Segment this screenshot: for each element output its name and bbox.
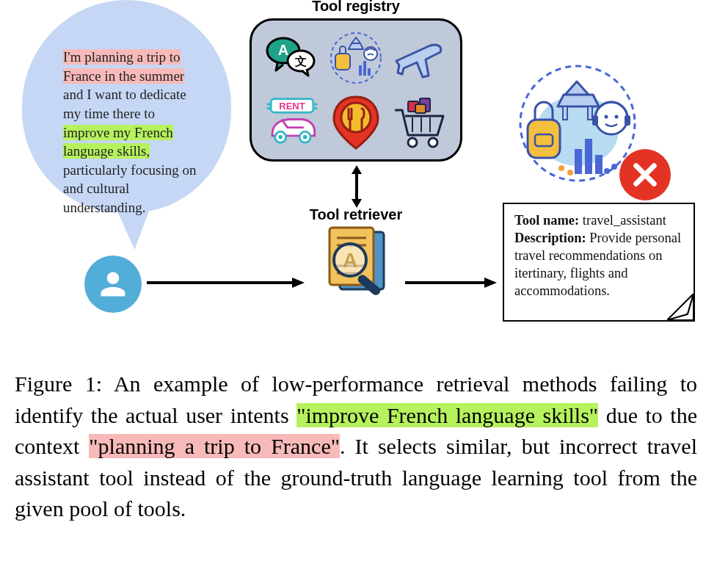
figure-diagram: I'm planning a trip to France in the sum… — [0, 0, 728, 360]
svg-point-59 — [558, 165, 564, 171]
car-rental-tool-icon: RENT — [263, 93, 321, 151]
caption-context-highlight: "planning a trip to France" — [89, 434, 340, 458]
svg-point-28 — [429, 138, 437, 147]
svg-text:RENT: RENT — [280, 100, 305, 111]
tool-retriever-label: Tool retriever — [250, 206, 462, 223]
svg-marker-42 — [292, 278, 305, 288]
retriever-to-result-arrow-icon — [405, 278, 497, 288]
svg-point-62 — [611, 164, 617, 170]
svg-text:文: 文 — [294, 55, 307, 68]
svg-point-53 — [615, 115, 619, 119]
translate-tool-icon: A 文 — [263, 29, 321, 87]
svg-rect-56 — [575, 149, 582, 174]
svg-rect-9 — [368, 68, 371, 76]
registry-retriever-arrow-icon — [352, 165, 362, 208]
svg-rect-23 — [415, 104, 426, 113]
svg-rect-48 — [588, 106, 592, 120]
card-fold-icon — [667, 294, 694, 320]
shopping-tool-icon — [390, 93, 449, 151]
svg-marker-44 — [484, 278, 497, 288]
svg-rect-7 — [359, 65, 362, 76]
svg-point-52 — [605, 115, 608, 119]
query-text-line: and cultural — [63, 181, 129, 196]
tool-registry-label: Tool registry — [250, 0, 462, 15]
tool-name-value: travel_assistant — [583, 213, 666, 228]
svg-rect-5 — [335, 54, 350, 70]
query-intent-highlight: improve my French — [63, 125, 173, 140]
svg-point-60 — [567, 170, 573, 175]
tool-retriever-icon: A — [319, 225, 393, 304]
query-text-line: my time there to — [63, 106, 155, 121]
svg-rect-55 — [625, 115, 630, 126]
svg-rect-47 — [563, 106, 567, 120]
query-text-line: particularly focusing on — [63, 162, 197, 178]
flight-tool-icon — [390, 29, 449, 87]
caption-intent-highlight: "improve French language skills" — [296, 403, 598, 427]
svg-rect-57 — [585, 139, 592, 174]
svg-rect-8 — [363, 61, 366, 76]
svg-text:A: A — [343, 249, 357, 272]
svg-point-19 — [303, 134, 307, 139]
query-text-line: understanding. — [63, 200, 145, 215]
tool-desc-label: Description: — [514, 231, 586, 245]
user-to-retriever-arrow-icon — [147, 278, 305, 288]
user-query-bubble: I'm planning a trip to France in the sum… — [22, 0, 231, 257]
svg-point-61 — [604, 168, 610, 174]
user-query-text: I'm planning a trip to France in the sum… — [63, 48, 232, 217]
restaurant-tool-icon — [327, 93, 385, 151]
svg-rect-54 — [592, 115, 598, 126]
query-context-highlight: I'm planning a trip to — [63, 49, 181, 65]
incorrect-result-icon — [619, 149, 671, 200]
retrieved-tool-card: Tool name: travel_assistant Description:… — [503, 203, 695, 322]
query-intent-highlight: language skills, — [63, 143, 150, 159]
tool-name-label: Tool name: — [514, 213, 579, 228]
user-avatar-icon — [84, 256, 142, 313]
svg-point-20 — [341, 103, 371, 132]
figure-caption: Figure 1: An example of low-performance … — [15, 369, 697, 525]
svg-text:A: A — [278, 42, 288, 58]
travel-assistant-tool-icon — [327, 29, 385, 87]
tool-registry-box: A 文 — [250, 18, 462, 162]
query-context-highlight: France in the summer — [63, 68, 184, 84]
svg-rect-58 — [595, 155, 603, 174]
svg-point-17 — [279, 134, 283, 139]
svg-point-27 — [408, 138, 417, 147]
svg-marker-30 — [352, 165, 362, 174]
query-text-line: and I want to dedicate — [63, 87, 186, 102]
svg-rect-49 — [528, 120, 560, 158]
